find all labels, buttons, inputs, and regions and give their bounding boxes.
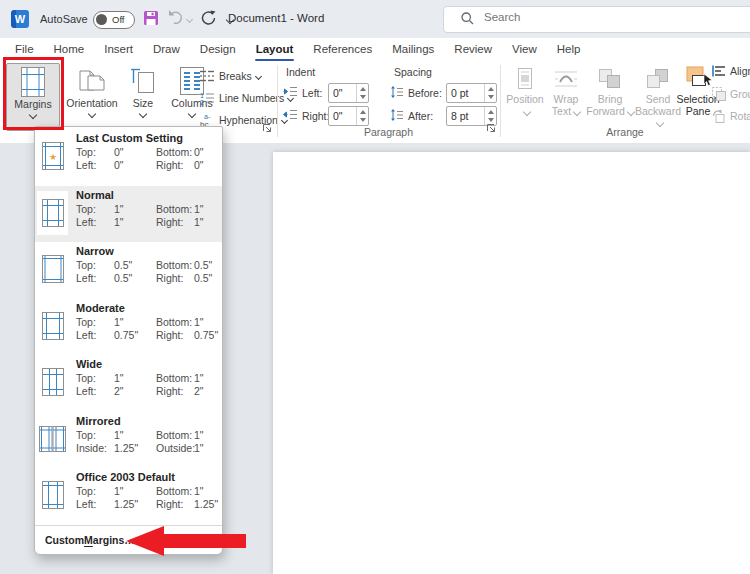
spacing-before-icon: [390, 85, 404, 99]
rotate-icon: [712, 109, 726, 123]
tab-mailings[interactable]: Mailings: [382, 38, 444, 62]
tab-draw[interactable]: Draw: [143, 38, 190, 62]
hyphenation-icon: a- bc: [198, 113, 216, 127]
margin-preset-icon: [37, 417, 68, 461]
tab-review[interactable]: Review: [444, 38, 502, 62]
tab-layout[interactable]: Layout: [246, 38, 304, 62]
orientation-icon: [78, 65, 106, 97]
breaks-icon: [198, 69, 216, 83]
spacing-after-icon: [390, 108, 404, 122]
position-dropdown-chevron-icon: [522, 107, 530, 115]
margin-preset-last-custom-setting[interactable]: ★ Last Custom Setting Top:0" Bottom:0" L…: [35, 129, 222, 186]
title-bar: W AutoSave Off: [0, 0, 750, 38]
line-numbers-icon: 1 2: [198, 91, 216, 105]
save-icon: [143, 10, 159, 26]
position-button: Position: [505, 64, 545, 117]
spacing-before-spinner[interactable]: [484, 84, 496, 102]
tab-design[interactable]: Design: [190, 38, 246, 62]
orientation-dropdown-chevron-icon: [88, 109, 96, 117]
arrange-group-label: Arrange: [500, 126, 750, 138]
undo-dropdown-chevron-icon[interactable]: [186, 16, 193, 23]
spacing-heading: Spacing: [394, 66, 432, 78]
document-page[interactable]: [273, 152, 750, 574]
spacing-after-input[interactable]: [447, 107, 484, 125]
align-button[interactable]: Align: [712, 65, 750, 77]
undo-button[interactable]: [168, 10, 186, 28]
indent-left-icon: [283, 86, 298, 98]
rotate-button: Rotate: [712, 109, 750, 123]
margin-preset-wide[interactable]: Wide Top:1" Bottom:1" Left:2" Right:2": [35, 355, 222, 412]
size-dropdown-chevron-icon: [139, 109, 147, 117]
indent-right-field[interactable]: [328, 106, 369, 126]
search-box[interactable]: [443, 6, 750, 33]
columns-dropdown-chevron-icon: [188, 109, 196, 117]
indent-right-input[interactable]: [329, 107, 356, 125]
wrap-text-button: Wrap Text: [547, 64, 585, 117]
tab-help[interactable]: Help: [547, 38, 591, 62]
send-backward-button: Send Backward: [634, 64, 682, 129]
indent-right-icon: [283, 109, 298, 121]
page-setup-dialog-launcher[interactable]: [262, 123, 273, 134]
star-icon: ★: [48, 152, 56, 162]
ribbon-tab-row: File Home Insert Draw Design Layout Refe…: [0, 38, 750, 62]
margins-dropdown-menu: ★ Last Custom Setting Top:0" Bottom:0" L…: [34, 126, 223, 555]
redo-button[interactable]: [200, 10, 218, 28]
group-button: Group: [712, 87, 750, 101]
wrap-text-icon: [554, 64, 578, 94]
group-objects-icon: [712, 87, 726, 101]
margin-preset-narrow[interactable]: Narrow Top:0.5" Bottom:0.5" Left:0.5" Ri…: [35, 242, 222, 299]
indent-left-field[interactable]: [328, 83, 369, 103]
size-button[interactable]: Size: [122, 65, 164, 117]
paragraph-dialog-launcher[interactable]: [486, 123, 497, 134]
margin-preset-office-2003-default[interactable]: Office 2003 Default Top:1" Bottom:1" Lef…: [35, 468, 222, 525]
position-icon: [515, 64, 535, 94]
save-button[interactable]: [143, 10, 161, 28]
selection-pane-icon: [684, 64, 712, 94]
active-tab-underline: [255, 59, 295, 62]
svg-text:2: 2: [200, 99, 204, 106]
word-app-window: W AutoSave Off: [0, 0, 750, 574]
send-backward-icon: [646, 64, 670, 94]
orientation-button[interactable]: Orientation: [64, 65, 120, 117]
tab-view[interactable]: View: [502, 38, 547, 62]
tab-references[interactable]: References: [303, 38, 382, 62]
margin-preset-icon: [37, 473, 68, 517]
indent-left-spinner[interactable]: [356, 84, 368, 102]
bring-forward-button: Bring Forward: [586, 64, 634, 117]
margin-preset-icon: [37, 304, 68, 348]
line-numbers-button[interactable]: 1 2 Line Numbers: [198, 89, 293, 107]
margin-preset-normal[interactable]: Normal Top:1" Bottom:1" Left:1" Right:1": [35, 186, 222, 243]
indent-right-label: Right:: [302, 110, 329, 122]
spacing-before-input[interactable]: [447, 84, 484, 102]
spacing-after-label: After:: [408, 110, 433, 122]
tab-insert[interactable]: Insert: [94, 38, 143, 62]
red-arrow-annotation: [126, 524, 246, 558]
margin-preset-icon: ★: [37, 134, 68, 178]
margin-preset-moderate[interactable]: Moderate Top:1" Bottom:1" Left:0.75" Rig…: [35, 299, 222, 356]
undo-icon: [168, 10, 185, 25]
redo-icon: [200, 10, 216, 26]
autosave-toggle[interactable]: Off: [93, 11, 135, 29]
breaks-dropdown-chevron-icon: [255, 73, 262, 80]
margin-preset-icon: [37, 191, 68, 235]
wrap-text-dropdown-chevron-icon: [573, 107, 581, 115]
indent-left-input[interactable]: [329, 84, 356, 102]
paragraph-group-label: Paragraph: [277, 126, 500, 138]
size-icon: [130, 65, 156, 97]
spacing-before-field[interactable]: [446, 83, 497, 103]
toggle-knob-icon: [96, 14, 107, 25]
indent-right-spinner[interactable]: [356, 107, 368, 125]
autosave-label: AutoSave: [40, 13, 88, 25]
breaks-button[interactable]: Breaks: [198, 67, 261, 85]
margin-preset-mirrored[interactable]: Mirrored Top:1" Bottom:1" Inside:1.25" O…: [35, 412, 222, 469]
bring-forward-icon: [598, 64, 622, 94]
indent-left-label: Left:: [302, 87, 322, 99]
autosave-state: Off: [112, 14, 125, 25]
align-icon: [712, 65, 726, 77]
margin-preset-icon: [37, 247, 68, 291]
spacing-before-label: Before:: [408, 87, 442, 99]
indent-heading: Indent: [286, 66, 315, 78]
search-input[interactable]: [482, 10, 686, 24]
word-logo-icon[interactable]: W: [11, 10, 29, 28]
margin-preset-icon: [37, 360, 68, 404]
